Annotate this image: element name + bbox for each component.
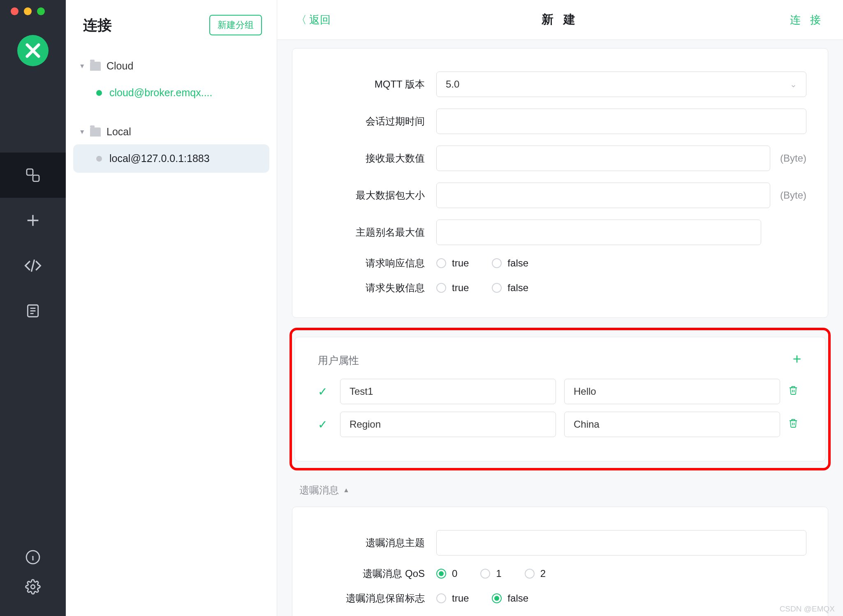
property-value-input[interactable]: [564, 412, 780, 437]
chevron-down-icon: ⌄: [790, 79, 797, 89]
connection-local[interactable]: local@127.0.0.1:1883: [73, 144, 269, 173]
radio-true-label: true: [452, 257, 469, 269]
svg-point-4: [31, 585, 35, 589]
connection-label: local@127.0.0.1:1883: [109, 153, 210, 164]
mqtt-version-value: 5.0: [446, 79, 459, 90]
will-section-header[interactable]: 遗嘱消息 ▲: [277, 479, 843, 507]
property-key-input[interactable]: [340, 412, 556, 437]
add-property-button[interactable]: [792, 354, 802, 367]
will-retain-true-radio[interactable]: true: [436, 593, 469, 604]
window-close-dot[interactable]: [11, 7, 19, 15]
will-settings-card: 遗嘱消息主题 遗嘱消息 QoS 0 1 2 遗嘱消息保留标志 true fals…: [292, 507, 828, 616]
rail-info-icon[interactable]: [25, 549, 41, 567]
byte-suffix: (Byte): [780, 190, 806, 201]
will-topic-label: 遗嘱消息主题: [314, 536, 425, 549]
req-problem-label: 请求失败信息: [314, 281, 425, 294]
session-expiry-input[interactable]: [436, 109, 806, 134]
back-label: 返回: [309, 13, 331, 27]
will-qos-label: 遗嘱消息 QoS: [314, 567, 425, 580]
will-qos-1-radio[interactable]: 1: [480, 568, 501, 579]
will-section-title: 遗嘱消息: [299, 484, 339, 497]
main-panel: 〈 返回 新 建 连 接 MQTT 版本 5.0 ⌄ 会话过期时间 接收最大数值…: [277, 0, 843, 616]
req-resp-true-radio[interactable]: true: [436, 257, 469, 269]
will-qos-2-radio[interactable]: 2: [525, 568, 546, 579]
connection-label: cloud@broker.emqx....: [109, 87, 213, 99]
will-retain-label: 遗嘱消息保留标志: [314, 592, 425, 605]
sidebar-title: 连接: [83, 16, 112, 35]
session-expiry-label: 会话过期时间: [314, 115, 425, 128]
folder-icon: [90, 62, 101, 71]
max-packet-input[interactable]: [436, 183, 770, 208]
max-packet-label: 最大数据包大小: [314, 189, 425, 202]
mqtt-settings-card: MQTT 版本 5.0 ⌄ 会话过期时间 接收最大数值 (Byte) 最大数据包…: [292, 48, 828, 318]
user-properties-highlight: 用户属性 ✓ ✓: [289, 328, 831, 470]
topic-alias-input[interactable]: [436, 220, 761, 245]
user-properties-card: 用户属性 ✓ ✓: [294, 337, 826, 461]
property-row: ✓: [318, 379, 802, 404]
receive-max-input[interactable]: [436, 146, 770, 171]
radio-true-label: true: [452, 282, 469, 294]
check-icon: ✓: [318, 385, 332, 398]
will-retain-false-radio[interactable]: false: [492, 593, 528, 604]
req-problem-true-radio[interactable]: true: [436, 282, 469, 294]
svg-rect-0: [27, 169, 33, 175]
chevron-left-icon: 〈: [296, 13, 307, 27]
delete-property-button[interactable]: [788, 385, 802, 398]
chevron-down-icon: ▸: [78, 64, 87, 68]
receive-max-label: 接收最大数值: [314, 152, 425, 165]
watermark: CSDN @EMQX: [780, 604, 835, 614]
rail-settings-icon[interactable]: [25, 579, 41, 596]
radio-false-label: false: [507, 257, 528, 269]
app-logo: [17, 35, 49, 66]
property-key-input[interactable]: [340, 379, 556, 404]
rail-code-icon[interactable]: [0, 243, 66, 288]
rail-connections-icon[interactable]: [0, 153, 66, 198]
radio-label: 0: [452, 568, 457, 579]
mqtt-version-label: MQTT 版本: [314, 78, 425, 91]
will-qos-0-radio[interactable]: 0: [436, 568, 457, 579]
req-resp-false-radio[interactable]: false: [492, 257, 528, 269]
page-title: 新 建: [331, 12, 790, 28]
main-header: 〈 返回 新 建 连 接: [277, 0, 843, 40]
group-label: Local: [107, 126, 131, 138]
window-maximize-dot[interactable]: [37, 7, 45, 15]
radio-false-label: false: [507, 593, 528, 604]
status-dot-online: [96, 90, 102, 96]
chevron-down-icon: ▸: [78, 130, 87, 134]
radio-true-label: true: [452, 593, 469, 604]
radio-false-label: false: [507, 282, 528, 294]
status-dot-offline: [96, 156, 102, 162]
rail-add-icon[interactable]: [0, 198, 66, 243]
group-label: Cloud: [107, 60, 133, 72]
app-rail: [0, 0, 66, 616]
group-local[interactable]: ▸ Local: [73, 119, 269, 144]
svg-rect-1: [33, 175, 39, 181]
property-value-input[interactable]: [564, 379, 780, 404]
window-minimize-dot[interactable]: [24, 7, 32, 15]
triangle-up-icon: ▲: [343, 486, 350, 494]
req-problem-false-radio[interactable]: false: [492, 282, 528, 294]
radio-label: 2: [540, 568, 546, 579]
new-group-button[interactable]: 新建分组: [209, 15, 262, 35]
mqtt-version-select[interactable]: 5.0 ⌄: [436, 72, 806, 97]
delete-property-button[interactable]: [788, 418, 802, 431]
property-row: ✓: [318, 412, 802, 437]
req-resp-label: 请求响应信息: [314, 257, 425, 270]
topic-alias-label: 主题别名最大值: [314, 226, 425, 239]
user-properties-title: 用户属性: [318, 354, 359, 367]
group-cloud[interactable]: ▸ Cloud: [73, 53, 269, 79]
check-icon: ✓: [318, 418, 332, 431]
back-button[interactable]: 〈 返回: [296, 13, 331, 27]
byte-suffix: (Byte): [780, 153, 806, 164]
rail-log-icon[interactable]: [0, 288, 66, 333]
connections-sidebar: 连接 新建分组 ▸ Cloud cloud@broker.emqx.... ▸ …: [66, 0, 277, 616]
will-topic-input[interactable]: [436, 530, 806, 556]
folder-icon: [90, 127, 101, 137]
connect-button[interactable]: 连 接: [790, 13, 824, 27]
radio-label: 1: [496, 568, 501, 579]
connection-cloud[interactable]: cloud@broker.emqx....: [73, 79, 269, 107]
window-traffic-lights: [0, 7, 45, 15]
